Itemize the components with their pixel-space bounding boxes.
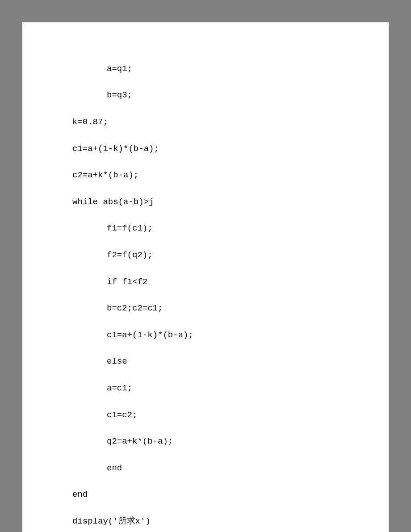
- code-line: end: [72, 462, 346, 475]
- code-line: f1=f(c1);: [72, 222, 346, 235]
- code-line: c1=a+(1-k)*(b-a);: [72, 142, 346, 156]
- code-line: else: [72, 355, 346, 369]
- code-line: c2=a+k*(b-a);: [72, 169, 346, 182]
- code-line: c1=c2;: [72, 409, 346, 422]
- code-line: display('所求x'): [72, 515, 346, 528]
- code-line: f2=f(q2);: [72, 249, 346, 262]
- document-page: a=q1; b=q3; k=0.87; c1=a+(1-k)*(b-a); c2…: [22, 22, 389, 532]
- code-line: b=q3;: [72, 89, 346, 102]
- code-line: k=0.87;: [72, 116, 346, 129]
- code-line: c1=a+(1-k)*(b-a);: [72, 329, 346, 342]
- code-line: b=c2;c2=c1;: [72, 302, 346, 315]
- code-line: q2=a+k*(b-a);: [72, 435, 346, 448]
- code-line: a=q1;: [72, 63, 346, 76]
- code-line: end: [72, 488, 346, 502]
- code-line: if f1<f2: [72, 276, 346, 289]
- document-content: a=q1; b=q3; k=0.87; c1=a+(1-k)*(b-a); c2…: [72, 49, 346, 532]
- code-line: while abs(a-b)>j: [72, 196, 346, 209]
- code-line: a=c1;: [72, 382, 346, 395]
